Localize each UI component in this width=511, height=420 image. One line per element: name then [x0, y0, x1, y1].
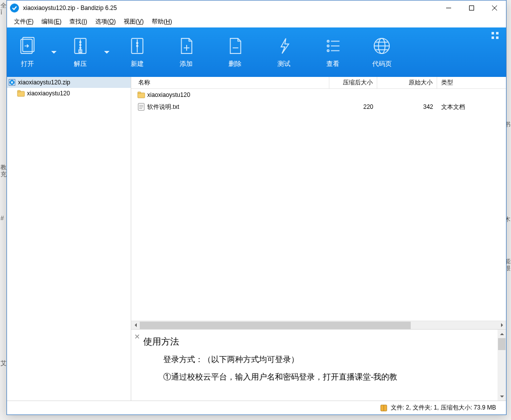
svg-rect-36	[17, 91, 24, 96]
status-text: 文件: 2, 文件夹: 1, 压缩包大小: 73.9 MB	[391, 404, 496, 412]
col-type[interactable]: 类型	[437, 77, 506, 88]
test-icon	[274, 36, 293, 55]
extract-button[interactable]: 解压	[60, 27, 101, 77]
maximize-button[interactable]	[460, 0, 483, 15]
open-button[interactable]: 打开	[7, 27, 48, 77]
codepage-button[interactable]: 代码页	[357, 27, 406, 77]
delete-icon	[226, 36, 245, 55]
file-compressed: 220	[329, 103, 377, 110]
menu-view[interactable]: 视图(V)	[120, 16, 148, 27]
desktop-hint: 教充	[0, 164, 6, 178]
svg-rect-32	[492, 36, 494, 39]
file-list[interactable]: xiaoxiaoystu120 软件说明.txt 220 342 文本文档	[131, 89, 506, 321]
svg-rect-30	[492, 32, 494, 34]
svg-rect-38	[138, 93, 145, 98]
toolbar-grid-icon[interactable]	[491, 31, 500, 40]
list-item[interactable]: 软件说明.txt 220 342 文本文档	[131, 101, 506, 113]
menu-options[interactable]: 选项(O)	[91, 16, 120, 27]
svg-point-21	[327, 45, 329, 47]
new-label: 新建	[131, 59, 144, 68]
close-preview-icon[interactable]: ✕	[134, 333, 140, 341]
text-file-icon	[137, 103, 145, 111]
menu-help[interactable]: 帮助(H)	[148, 16, 176, 27]
preview-line: ①通过校校云平台，输入用户名和密码登录，打开直播课堂-我的教	[163, 372, 494, 383]
preview-line: 登录方式：（以下两种方式均可登录）	[163, 355, 494, 365]
zip-icon	[8, 78, 16, 86]
delete-button[interactable]: 删除	[211, 27, 259, 77]
test-button[interactable]: 测试	[259, 27, 308, 77]
file-name: 软件说明.txt	[147, 103, 329, 111]
main-panel: 名称 压缩后大小 原始大小 类型 xiaoxiaoystu120	[131, 77, 506, 401]
list-header[interactable]: 名称 压缩后大小 原始大小 类型	[131, 77, 506, 89]
app-window: xiaoxiaoystu120.zip - Bandizip 6.25 文件(F…	[6, 0, 507, 415]
menu-edit[interactable]: 编辑(E)	[37, 16, 65, 27]
window-title: xiaoxiaoystu120.zip - Bandizip 6.25	[23, 4, 117, 11]
svg-rect-37	[17, 90, 20, 92]
svg-rect-39	[138, 92, 141, 93]
codepage-label: 代码页	[372, 59, 392, 68]
col-name[interactable]: 名称	[131, 77, 329, 88]
tree-child[interactable]: xiaoxiaoystu120	[7, 88, 131, 99]
open-dropdown[interactable]	[48, 27, 60, 77]
scroll-up-icon[interactable]	[498, 330, 506, 338]
new-icon	[128, 36, 147, 55]
list-item[interactable]: xiaoxiaoystu120	[131, 89, 506, 101]
open-label: 打开	[21, 59, 34, 68]
scroll-thumb[interactable]	[498, 338, 506, 350]
tree-child-label: xiaoxiaoystu120	[27, 90, 70, 97]
view-icon	[323, 36, 342, 55]
minimize-button[interactable]	[437, 0, 460, 15]
new-button[interactable]: 新建	[113, 27, 162, 77]
tree-root[interactable]: xiaoxiaoystu120.zip	[7, 77, 131, 88]
menu-find[interactable]: 查找(I)	[65, 16, 91, 27]
view-label: 查看	[326, 59, 339, 68]
menu-file[interactable]: 文件(F)	[10, 16, 37, 27]
delete-label: 删除	[229, 59, 242, 68]
extract-label: 解压	[74, 59, 87, 68]
svg-point-19	[327, 40, 329, 42]
svg-point-23	[327, 49, 329, 51]
desktop-hint: 艾	[0, 360, 6, 367]
extract-dropdown[interactable]	[101, 27, 113, 77]
col-original[interactable]: 原始大小	[377, 77, 437, 88]
titlebar[interactable]: xiaoxiaoystu120.zip - Bandizip 6.25	[7, 0, 506, 15]
svg-rect-31	[496, 32, 499, 34]
preview-title: 使用方法	[143, 336, 494, 348]
test-label: 测试	[277, 59, 290, 68]
archive-icon	[380, 404, 388, 412]
scroll-track[interactable]	[140, 322, 498, 329]
scroll-right-icon[interactable]	[498, 321, 506, 330]
file-type: 文本文档	[437, 103, 506, 111]
tree-root-label: xiaoxiaoystu120.zip	[18, 79, 70, 86]
scroll-left-icon[interactable]	[131, 321, 140, 330]
close-button[interactable]	[483, 0, 506, 15]
scroll-down-icon[interactable]	[498, 392, 506, 401]
add-button[interactable]: 添加	[162, 27, 211, 77]
svg-rect-33	[496, 36, 499, 39]
file-original: 342	[377, 103, 437, 110]
folder-icon	[17, 89, 25, 97]
body: xiaoxiaoystu120.zip xiaoxiaoystu120 名称 压…	[7, 77, 506, 401]
preview-vertical-scrollbar[interactable]	[498, 330, 506, 401]
preview-panel: ✕ 使用方法 登录方式：（以下两种方式均可登录） ①通过校校云平台，输入用户名和…	[131, 329, 506, 401]
folder-icon	[137, 91, 145, 99]
col-compressed[interactable]: 压缩后大小	[329, 77, 377, 88]
view-button[interactable]: 查看	[308, 27, 357, 77]
toolbar: 打开 解压 新建 添加 删除 测试	[7, 27, 506, 77]
add-icon	[177, 36, 196, 55]
horizontal-scrollbar[interactable]	[131, 321, 506, 329]
add-label: 添加	[180, 59, 193, 68]
scroll-thumb[interactable]	[140, 322, 411, 329]
extract-icon	[71, 36, 90, 55]
tree-panel[interactable]: xiaoxiaoystu120.zip xiaoxiaoystu120	[7, 77, 131, 401]
menubar: 文件(F) 编辑(E) 查找(I) 选项(O) 视图(V) 帮助(H)	[7, 15, 506, 27]
app-icon	[10, 3, 19, 12]
file-name: xiaoxiaoystu120	[147, 91, 329, 98]
globe-icon	[372, 36, 391, 55]
svg-rect-1	[470, 6, 474, 10]
statusbar: 文件: 2, 文件夹: 1, 压缩包大小: 73.9 MB	[7, 401, 506, 415]
open-icon	[18, 36, 37, 55]
